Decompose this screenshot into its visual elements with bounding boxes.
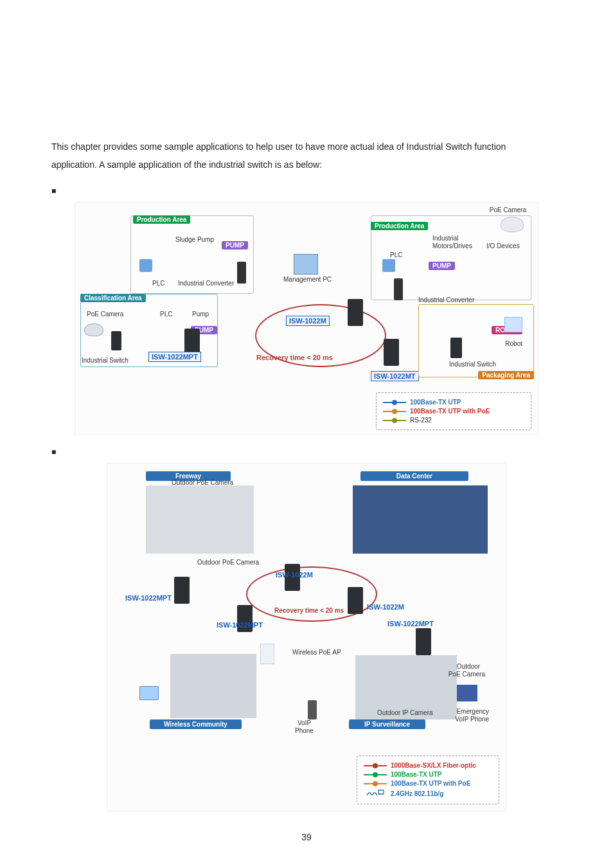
robot-icon [504,317,522,332]
isw-1022mpt-a-label: ISW-1022MPT [123,593,174,602]
wireless-community-photo [170,654,256,718]
isw-1022m-b-device [348,587,363,614]
plc-icon-left [139,259,152,272]
plc-mid-label: PLC [160,311,172,318]
bullet-1: ■ [51,186,562,195]
management-pc-icon [294,254,318,275]
production-area-right-tag: Production Area [371,222,428,230]
isw-1022mt-label: ISW-1022MT [371,371,419,381]
legend2-row-1: 1000Base-SX/LX Fiber-optic [364,762,492,769]
plc-icon-right [382,259,395,272]
converter-icon-right [394,278,403,300]
packaging-area-tag: Packaging Area [478,371,534,379]
isw-1022m-b-label: ISW-1022M [364,602,407,611]
legend2-row-4: 2.4GHz 802.11b/g [364,789,492,798]
data-center-photo [353,485,488,554]
legend-2-text: 100Base-TX UTP with PoE [410,408,490,415]
legend2-2-text: 100Base-TX UTP [391,771,441,778]
classification-area-tag: Classification Area [80,294,146,302]
wifi-icon [366,789,385,797]
diagram-2-legend: 1000Base-SX/LX Fiber-optic 100Base-TX UT… [357,755,499,804]
industrial-switch-right-icon [450,338,462,358]
ip-surveillance-tag: IP Surveillance [349,719,425,729]
page-number: 39 [0,832,613,842]
emergency-phone-label-1: Emergency [456,708,489,715]
legend2-row-3: 100Base-TX UTP with PoE [364,780,492,787]
isw-1022mpt-c-label: ISW-1022MPT [385,619,436,628]
bullet-2: ■ [51,448,562,457]
converter-icon-left [237,262,246,284]
industrial-converter-right-label: Industrial Converter [418,296,474,303]
voip-phone-label-2: Phone [295,727,314,734]
data-center-tag: Data Center [360,471,468,481]
isw-1022m-a-label: ISW-1022M [273,570,315,579]
laptop-icon [139,686,159,700]
sludge-pump-label: Sludge Pump [175,236,214,243]
outdoor-poe-camera-top-label: Outdoor PoE Camera [172,479,233,486]
plc-right-label: PLC [390,251,402,258]
legend-row-3: RS-232 [383,417,524,424]
recovery-time-2-label: Recovery time < 20 ms [272,606,346,615]
legend2-4-text: 2.4GHz 802.11b/g [391,790,443,797]
industrial-converter-left-label: Industrial Converter [178,280,234,287]
emergency-phone-icon [457,685,477,701]
robot-label: Robot [505,340,522,347]
isw-1022m-device [348,299,363,326]
isw-1022mpt-left-label: ISW-1022MPT [148,352,201,362]
isw-1022mpt-a-device [174,577,190,604]
industrial-motors-label: Industrial [432,235,459,242]
industrial-switch-right-label: Industrial Switch [449,361,496,368]
outdoor-poe-camera-bottom-label: Outdoor PoE Camera [197,559,259,566]
pump-tag-right: PUMP [429,262,455,270]
freeway-photo [146,485,254,554]
wireless-community-tag: Wireless Community [150,719,242,729]
legend-3-text: RS-232 [410,417,432,424]
camera-icon-left [84,323,103,336]
intro-paragraph: This chapter provides some sample applic… [51,138,562,174]
document-page: This chapter provides some sample applic… [0,0,613,868]
diagram-outdoor-application: Freeway Outdoor PoE Camera Outdoor PoE C… [107,463,506,811]
io-devices-label: I/O Devices [486,242,520,249]
legend-1-text: 100Base-TX UTP [410,399,461,406]
recovery-time-label: Recovery time < 20 ms [254,353,335,362]
outdoor-ip-camera-label: Outdoor IP Camera [377,709,433,716]
poe-camera-label: PoE Camera [490,206,526,213]
diagram-1-legend: 100Base-TX UTP 100Base-TX UTP with PoE R… [376,392,531,430]
wireless-ap-icon [260,644,274,664]
voip-phone-label-1: VoIP [298,719,311,727]
legend2-1-text: 1000Base-SX/LX Fiber-optic [391,762,476,769]
production-area-left-tag: Production Area [133,215,190,224]
outdoor-poe-camera-right-1: Outdoor [457,663,480,670]
pump-mid-label: Pump [192,311,209,318]
management-pc-label: Management PC [283,276,332,283]
isw-1022mpt-b-label: ISW-1022MPT [214,620,265,629]
intro-line-2: application. A sample application of the… [51,159,322,170]
wireless-poe-ap-label: Wireless PoE AP [292,649,341,656]
pump-tag-left: PUMP [222,241,248,249]
industrial-motors-label-2: Motors/Drives [432,242,472,249]
legend2-3-text: 100Base-TX UTP with PoE [391,780,470,787]
legend2-row-2: 100Base-TX UTP [364,771,492,778]
isw-1022mpt-c-device [416,628,431,655]
industrial-switch-icon-left [111,331,121,350]
outdoor-poe-camera-right-2: PoE Camera [449,671,485,678]
legend-row-1: 100Base-TX UTP [383,399,524,406]
legend-row-2: 100Base-TX UTP with PoE [383,408,524,415]
isw-1022m-label: ISW-1022M [286,316,330,326]
intro-line-1: This chapter provides some sample applic… [51,141,506,152]
diagram-industrial-application: PoE Camera Production Area Sludge Pump P… [75,202,538,435]
emergency-phone-label-2: VoIP Phone [455,716,489,723]
isw-1022mt-device [384,339,399,366]
plc-left-label: PLC [152,280,164,287]
industrial-switch-left-label: Industrial Switch [82,357,129,364]
voip-phone-icon [308,700,317,719]
poe-camera-left-label: PoE Camera [87,311,123,318]
